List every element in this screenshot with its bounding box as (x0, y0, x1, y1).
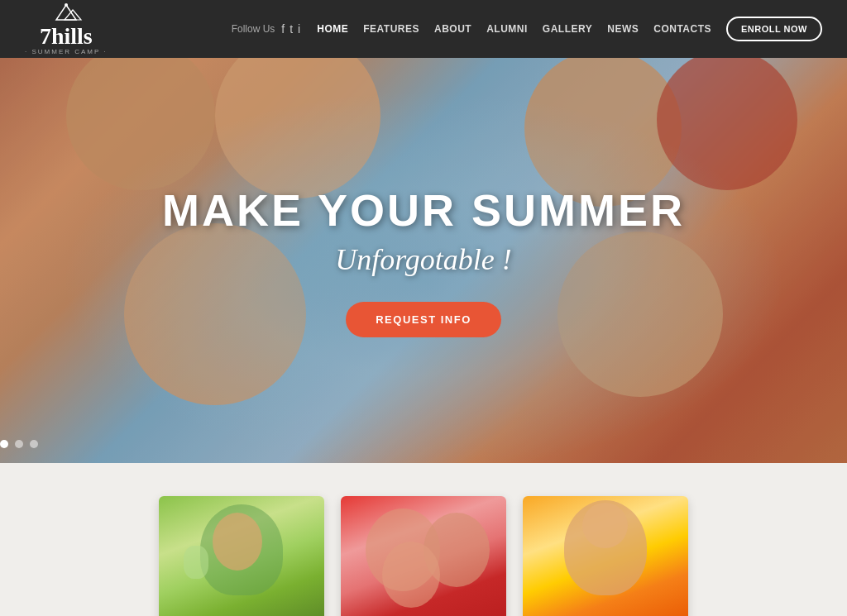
logo[interactable]: 7hills · SUMMER CAMP · (25, 3, 108, 55)
hero-subtitle: Unforgotable ! (335, 242, 512, 277)
logo-mountain-icon (50, 3, 83, 25)
request-info-button[interactable]: REQUEST INFO (346, 302, 501, 337)
card-gallery: Photos VISIT GALLERY MORE (159, 496, 324, 616)
social-icons: f t i (281, 22, 300, 36)
header-right: Follow Us f t i HOME FEATURES ABOUT ALUM… (232, 17, 822, 41)
hero-dot-3[interactable] (30, 440, 38, 448)
svg-point-2 (65, 3, 68, 7)
card-staff-image (523, 496, 688, 616)
nav-alumni[interactable]: ALUMNI (486, 23, 528, 35)
header: 7hills · SUMMER CAMP · Follow Us f t i H… (0, 0, 847, 58)
hero-content: MAKE YOUR SUMMER Unforgotable ! REQUEST … (0, 58, 847, 463)
nav-home[interactable]: HOME (317, 23, 348, 35)
instagram-icon[interactable]: i (298, 22, 300, 36)
hero-dot-1[interactable] (0, 440, 8, 448)
logo-subtitle: · SUMMER CAMP · (25, 48, 108, 55)
card-staff: Staff Positions JOIN THE TEAM MORE (523, 496, 688, 616)
nav-contacts[interactable]: CONTACTS (653, 23, 711, 35)
card-staff-head (582, 503, 628, 548)
navigation: HOME FEATURES ABOUT ALUMNI GALLERY NEWS … (317, 17, 822, 41)
follow-us-label: Follow Us (232, 23, 275, 35)
card-gallery-image (159, 496, 324, 616)
card-child-face (213, 513, 262, 571)
hero-section: MAKE YOUR SUMMER Unforgotable ! REQUEST … (0, 58, 847, 463)
nav-news[interactable]: NEWS (607, 23, 639, 35)
card-child-face-3 (382, 542, 440, 608)
card-alumni-image (341, 496, 506, 616)
card-alumni: Alumni STAY IN TOUCH MORE (341, 496, 506, 616)
hero-title: MAKE YOUR SUMMER (162, 184, 685, 236)
cards-section: Photos VISIT GALLERY MORE Alumni STAY IN… (0, 463, 847, 616)
hero-dot-2[interactable] (15, 440, 23, 448)
hero-carousel-dots (0, 440, 38, 448)
nav-features[interactable]: FEATURES (363, 23, 419, 35)
logo-text: 7hills (40, 25, 93, 48)
follow-us: Follow Us f t i (232, 22, 301, 36)
nav-gallery[interactable]: GALLERY (543, 23, 592, 35)
nav-about[interactable]: ABOUT (434, 23, 471, 35)
twitter-icon[interactable]: t (290, 22, 293, 36)
facebook-icon[interactable]: f (281, 22, 285, 36)
header-left: 7hills · SUMMER CAMP · (25, 3, 108, 55)
card-child-body (184, 546, 208, 579)
enroll-button[interactable]: ENROLL NOW (726, 17, 822, 41)
